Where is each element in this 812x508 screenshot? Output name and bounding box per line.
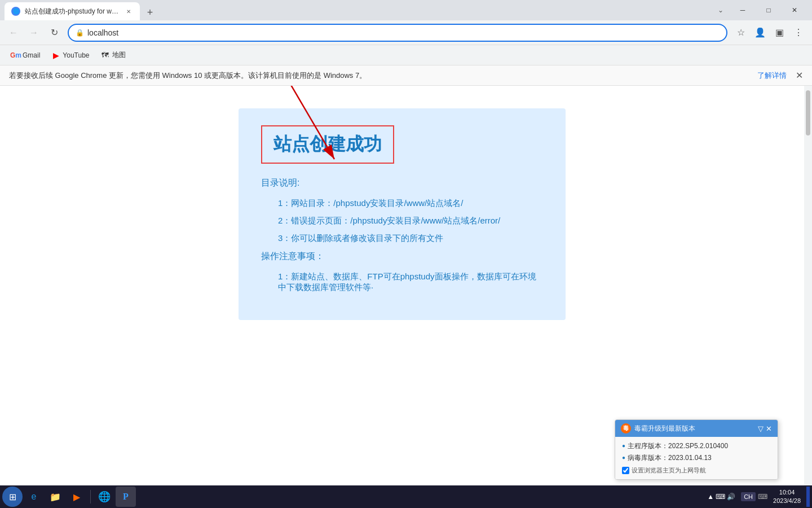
tab-favicon: 🌐	[11, 7, 20, 16]
toolbar-right: ☆ 👤 ▣ ⋮	[732, 24, 807, 42]
popup-minimize-button[interactable]: ▽	[758, 425, 764, 432]
gmail-icon: Gm	[11, 51, 20, 60]
window-controls: ─ □ ✕	[730, 1, 807, 19]
tabs-area: 🌐 站点创建成功-phpstudy for win... ✕ +	[5, 0, 712, 20]
title-bar: 🌐 站点创建成功-phpstudy for win... ✕ + ⌄ ─ □ ✕	[0, 0, 812, 20]
taskbar-right: ▲ ⌨ 🔊 CH ⌨ 10:04 2023/4/28	[704, 487, 810, 507]
taskbar-arrow-icon[interactable]: ▲	[707, 493, 714, 501]
keyboard-icon: ⌨	[758, 493, 767, 501]
taskbar: ⊞ e 📁 ▶ 🌐 P ▲ ⌨ 🔊 CH ⌨	[0, 485, 812, 508]
lock-icon: 🔒	[76, 29, 84, 37]
taskbar-chrome-icon[interactable]: 🌐	[94, 487, 114, 507]
success-title-box: 站点创建成功	[261, 125, 394, 164]
clock-time: 10:04	[779, 488, 795, 497]
notification-bar: 若要接收后续 Google Chrome 更新，您需使用 Windows 10 …	[0, 65, 812, 86]
taskbar-volume-icon[interactable]: 🔊	[727, 493, 735, 501]
toolbar: ← → ↻ 🔒 localhost ☆ 👤 ▣ ⋮	[0, 20, 812, 45]
language-indicator[interactable]: CH	[741, 492, 756, 501]
show-desktop-button[interactable]	[806, 487, 810, 507]
popup-version-1: ● 主程序版本：2022.SP5.2.010400	[622, 441, 771, 451]
address-bar[interactable]: 🔒 localhost	[68, 24, 727, 42]
close-button[interactable]: ✕	[782, 1, 807, 19]
popup-close-button[interactable]: ✕	[766, 425, 772, 432]
taskbar-media-icon[interactable]: ▶	[67, 487, 87, 507]
popup-header-buttons: ▽ ✕	[758, 425, 772, 432]
bookmark-youtube-label: YouTube	[63, 51, 89, 59]
content-card: 站点创建成功 目录说明: 1：网站目录：/phpstudy安装目录/www/站点…	[239, 108, 566, 320]
notification-close-button[interactable]: ✕	[796, 70, 803, 81]
menu-button[interactable]: ⋮	[789, 24, 807, 42]
ops-label: 操作注意事项：	[261, 251, 543, 262]
directory-label: 目录说明:	[261, 177, 543, 189]
popup-header: 毒 毒霸升级到最新版本 ▽ ✕	[615, 420, 778, 437]
bookmarks-bar: Gm Gmail ▶ YouTube 🗺 地图	[0, 45, 812, 65]
tab-close-button[interactable]: ✕	[124, 7, 133, 16]
popup-checkbox-label: 设置浏览器主页为上网导航	[632, 466, 706, 475]
duba-popup: 毒 毒霸升级到最新版本 ▽ ✕ ● 主程序版本：2022.SP5.2.01040…	[615, 419, 778, 480]
toggle-sidebar-button[interactable]: ▣	[770, 24, 788, 42]
new-tab-button[interactable]: +	[142, 5, 158, 20]
tab-search-button[interactable]: ⌄	[712, 1, 730, 19]
minimize-button[interactable]: ─	[730, 1, 756, 19]
taskbar-separator-1	[90, 490, 91, 503]
address-text[interactable]: localhost	[87, 28, 720, 37]
reload-button[interactable]: ↻	[45, 24, 63, 42]
popup-checkbox-row: 设置浏览器主页为上网导航	[622, 466, 771, 475]
scrollbar[interactable]	[804, 86, 812, 485]
popup-body: ● 主程序版本：2022.SP5.2.010400 ● 病毒库版本：2023.0…	[615, 437, 778, 479]
bookmark-maps-label: 地图	[112, 50, 126, 60]
taskbar-input-icon[interactable]: ⌨	[716, 493, 725, 501]
bookmark-youtube[interactable]: ▶ YouTube	[47, 49, 94, 62]
taskbar-paint-icon[interactable]: P	[116, 487, 136, 507]
popup-checkbox[interactable]	[622, 467, 629, 474]
active-tab[interactable]: 🌐 站点创建成功-phpstudy for win... ✕	[5, 2, 140, 20]
start-button[interactable]: ⊞	[2, 487, 23, 507]
profile-button[interactable]: 👤	[751, 24, 769, 42]
bookmark-button[interactable]: ☆	[732, 24, 750, 42]
bookmark-maps[interactable]: 🗺 地图	[96, 48, 130, 62]
bookmark-gmail[interactable]: Gm Gmail	[7, 49, 45, 62]
notification-text: 若要接收后续 Google Chrome 更新，您需使用 Windows 10 …	[9, 71, 757, 81]
bookmark-gmail-label: Gmail	[23, 51, 40, 59]
scrollbar-thumb[interactable]	[806, 90, 810, 135]
popup-version-2: ● 病毒库版本：2023.01.04.13	[622, 453, 771, 463]
youtube-icon: ▶	[51, 51, 60, 60]
maximize-button[interactable]: □	[756, 1, 782, 19]
taskbar-ie-icon[interactable]: e	[24, 487, 44, 507]
tab-title: 站点创建成功-phpstudy for win...	[25, 7, 120, 16]
clock-date: 2023/4/28	[773, 497, 801, 505]
taskbar-explorer-icon[interactable]: 📁	[45, 487, 65, 507]
maps-icon: 🗺	[101, 51, 110, 60]
directory-item-3: 3：你可以删除或者修改该目录下的所有文件	[278, 233, 543, 244]
system-clock[interactable]: 10:04 2023/4/28	[770, 488, 804, 506]
forward-button[interactable]: →	[25, 24, 43, 42]
duba-icon: 毒	[621, 423, 631, 433]
ops-item-1: 1：新建站点、数据库、FTP可在phpstudy面板操作，数据库可在环境中下载数…	[278, 271, 543, 293]
popup-title: 毒霸升级到最新版本	[634, 424, 754, 433]
page-title: 站点创建成功	[273, 134, 382, 154]
directory-item-2: 2：错误提示页面：/phpstudy安装目录/www/站点域名/error/	[278, 216, 543, 226]
taskbar-sys-icons: ▲ ⌨ 🔊	[704, 493, 739, 501]
back-button[interactable]: ←	[5, 24, 23, 42]
directory-item-1: 1：网站目录：/phpstudy安装目录/www/站点域名/	[278, 198, 543, 209]
notification-learn-more[interactable]: 了解详情	[757, 71, 787, 81]
